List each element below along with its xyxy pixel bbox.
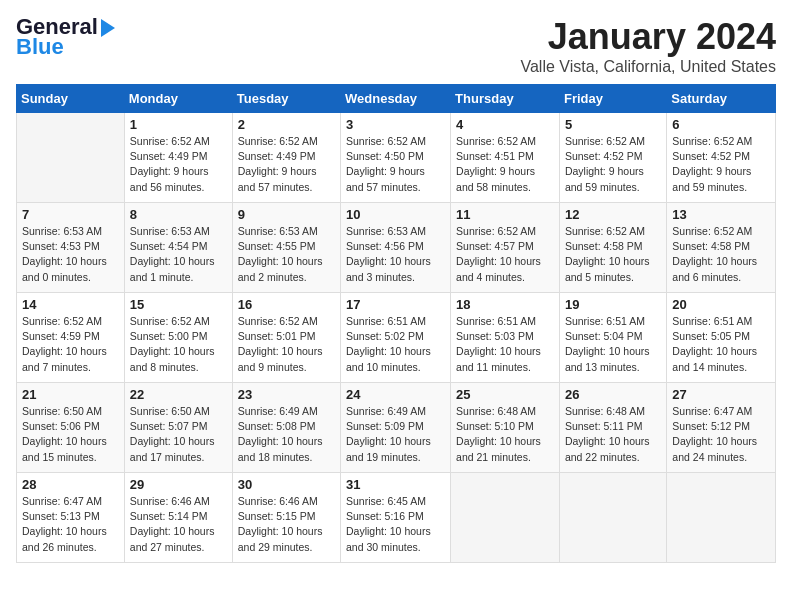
table-row: 15Sunrise: 6:52 AM Sunset: 5:00 PM Dayli… bbox=[124, 293, 232, 383]
day-number: 17 bbox=[346, 297, 445, 312]
day-number: 6 bbox=[672, 117, 770, 132]
day-info: Sunrise: 6:46 AM Sunset: 5:15 PM Dayligh… bbox=[238, 494, 335, 555]
table-row: 7Sunrise: 6:53 AM Sunset: 4:53 PM Daylig… bbox=[17, 203, 125, 293]
day-number: 29 bbox=[130, 477, 227, 492]
day-number: 7 bbox=[22, 207, 119, 222]
day-info: Sunrise: 6:52 AM Sunset: 4:52 PM Dayligh… bbox=[565, 134, 661, 195]
page-subtitle: Valle Vista, California, United States bbox=[520, 58, 776, 76]
day-info: Sunrise: 6:52 AM Sunset: 4:49 PM Dayligh… bbox=[238, 134, 335, 195]
day-number: 4 bbox=[456, 117, 554, 132]
table-row: 6Sunrise: 6:52 AM Sunset: 4:52 PM Daylig… bbox=[667, 113, 776, 203]
header-tuesday: Tuesday bbox=[232, 85, 340, 113]
table-row: 23Sunrise: 6:49 AM Sunset: 5:08 PM Dayli… bbox=[232, 383, 340, 473]
table-row: 13Sunrise: 6:52 AM Sunset: 4:58 PM Dayli… bbox=[667, 203, 776, 293]
title-block: January 2024 Valle Vista, California, Un… bbox=[520, 16, 776, 76]
calendar-week-row: 14Sunrise: 6:52 AM Sunset: 4:59 PM Dayli… bbox=[17, 293, 776, 383]
calendar-week-row: 21Sunrise: 6:50 AM Sunset: 5:06 PM Dayli… bbox=[17, 383, 776, 473]
logo-subtext: Blue bbox=[16, 34, 64, 60]
day-number: 10 bbox=[346, 207, 445, 222]
day-info: Sunrise: 6:52 AM Sunset: 5:01 PM Dayligh… bbox=[238, 314, 335, 375]
day-info: Sunrise: 6:51 AM Sunset: 5:02 PM Dayligh… bbox=[346, 314, 445, 375]
day-number: 20 bbox=[672, 297, 770, 312]
table-row: 14Sunrise: 6:52 AM Sunset: 4:59 PM Dayli… bbox=[17, 293, 125, 383]
table-row: 26Sunrise: 6:48 AM Sunset: 5:11 PM Dayli… bbox=[559, 383, 666, 473]
table-row: 30Sunrise: 6:46 AM Sunset: 5:15 PM Dayli… bbox=[232, 473, 340, 563]
day-info: Sunrise: 6:52 AM Sunset: 5:00 PM Dayligh… bbox=[130, 314, 227, 375]
day-number: 16 bbox=[238, 297, 335, 312]
calendar-week-row: 28Sunrise: 6:47 AM Sunset: 5:13 PM Dayli… bbox=[17, 473, 776, 563]
table-row: 4Sunrise: 6:52 AM Sunset: 4:51 PM Daylig… bbox=[451, 113, 560, 203]
page-title: January 2024 bbox=[520, 16, 776, 58]
day-number: 27 bbox=[672, 387, 770, 402]
table-row: 29Sunrise: 6:46 AM Sunset: 5:14 PM Dayli… bbox=[124, 473, 232, 563]
day-info: Sunrise: 6:52 AM Sunset: 4:51 PM Dayligh… bbox=[456, 134, 554, 195]
table-row: 25Sunrise: 6:48 AM Sunset: 5:10 PM Dayli… bbox=[451, 383, 560, 473]
day-info: Sunrise: 6:51 AM Sunset: 5:04 PM Dayligh… bbox=[565, 314, 661, 375]
day-number: 22 bbox=[130, 387, 227, 402]
day-number: 8 bbox=[130, 207, 227, 222]
day-info: Sunrise: 6:50 AM Sunset: 5:06 PM Dayligh… bbox=[22, 404, 119, 465]
table-row: 21Sunrise: 6:50 AM Sunset: 5:06 PM Dayli… bbox=[17, 383, 125, 473]
day-number: 15 bbox=[130, 297, 227, 312]
day-info: Sunrise: 6:52 AM Sunset: 4:49 PM Dayligh… bbox=[130, 134, 227, 195]
day-info: Sunrise: 6:50 AM Sunset: 5:07 PM Dayligh… bbox=[130, 404, 227, 465]
day-number: 21 bbox=[22, 387, 119, 402]
day-number: 1 bbox=[130, 117, 227, 132]
table-row bbox=[451, 473, 560, 563]
table-row: 8Sunrise: 6:53 AM Sunset: 4:54 PM Daylig… bbox=[124, 203, 232, 293]
day-info: Sunrise: 6:51 AM Sunset: 5:03 PM Dayligh… bbox=[456, 314, 554, 375]
day-info: Sunrise: 6:47 AM Sunset: 5:12 PM Dayligh… bbox=[672, 404, 770, 465]
day-number: 9 bbox=[238, 207, 335, 222]
table-row: 1Sunrise: 6:52 AM Sunset: 4:49 PM Daylig… bbox=[124, 113, 232, 203]
page-header: General Blue January 2024 Valle Vista, C… bbox=[16, 16, 776, 76]
calendar-week-row: 1Sunrise: 6:52 AM Sunset: 4:49 PM Daylig… bbox=[17, 113, 776, 203]
table-row: 16Sunrise: 6:52 AM Sunset: 5:01 PM Dayli… bbox=[232, 293, 340, 383]
day-number: 25 bbox=[456, 387, 554, 402]
day-number: 3 bbox=[346, 117, 445, 132]
table-row: 20Sunrise: 6:51 AM Sunset: 5:05 PM Dayli… bbox=[667, 293, 776, 383]
day-number: 31 bbox=[346, 477, 445, 492]
header-sunday: Sunday bbox=[17, 85, 125, 113]
header-friday: Friday bbox=[559, 85, 666, 113]
day-info: Sunrise: 6:53 AM Sunset: 4:56 PM Dayligh… bbox=[346, 224, 445, 285]
table-row: 2Sunrise: 6:52 AM Sunset: 4:49 PM Daylig… bbox=[232, 113, 340, 203]
day-info: Sunrise: 6:49 AM Sunset: 5:08 PM Dayligh… bbox=[238, 404, 335, 465]
day-info: Sunrise: 6:48 AM Sunset: 5:10 PM Dayligh… bbox=[456, 404, 554, 465]
day-info: Sunrise: 6:53 AM Sunset: 4:54 PM Dayligh… bbox=[130, 224, 227, 285]
day-number: 14 bbox=[22, 297, 119, 312]
table-row: 10Sunrise: 6:53 AM Sunset: 4:56 PM Dayli… bbox=[341, 203, 451, 293]
table-row bbox=[559, 473, 666, 563]
day-info: Sunrise: 6:52 AM Sunset: 4:59 PM Dayligh… bbox=[22, 314, 119, 375]
day-info: Sunrise: 6:45 AM Sunset: 5:16 PM Dayligh… bbox=[346, 494, 445, 555]
day-number: 2 bbox=[238, 117, 335, 132]
table-row: 18Sunrise: 6:51 AM Sunset: 5:03 PM Dayli… bbox=[451, 293, 560, 383]
table-row: 24Sunrise: 6:49 AM Sunset: 5:09 PM Dayli… bbox=[341, 383, 451, 473]
day-info: Sunrise: 6:52 AM Sunset: 4:50 PM Dayligh… bbox=[346, 134, 445, 195]
table-row: 3Sunrise: 6:52 AM Sunset: 4:50 PM Daylig… bbox=[341, 113, 451, 203]
day-number: 18 bbox=[456, 297, 554, 312]
day-info: Sunrise: 6:48 AM Sunset: 5:11 PM Dayligh… bbox=[565, 404, 661, 465]
day-number: 13 bbox=[672, 207, 770, 222]
day-info: Sunrise: 6:52 AM Sunset: 4:58 PM Dayligh… bbox=[565, 224, 661, 285]
table-row: 5Sunrise: 6:52 AM Sunset: 4:52 PM Daylig… bbox=[559, 113, 666, 203]
calendar-table: Sunday Monday Tuesday Wednesday Thursday… bbox=[16, 84, 776, 563]
table-row: 12Sunrise: 6:52 AM Sunset: 4:58 PM Dayli… bbox=[559, 203, 666, 293]
day-number: 24 bbox=[346, 387, 445, 402]
header-saturday: Saturday bbox=[667, 85, 776, 113]
header-thursday: Thursday bbox=[451, 85, 560, 113]
header-wednesday: Wednesday bbox=[341, 85, 451, 113]
table-row: 28Sunrise: 6:47 AM Sunset: 5:13 PM Dayli… bbox=[17, 473, 125, 563]
calendar-week-row: 7Sunrise: 6:53 AM Sunset: 4:53 PM Daylig… bbox=[17, 203, 776, 293]
table-row bbox=[667, 473, 776, 563]
day-info: Sunrise: 6:47 AM Sunset: 5:13 PM Dayligh… bbox=[22, 494, 119, 555]
day-info: Sunrise: 6:53 AM Sunset: 4:53 PM Dayligh… bbox=[22, 224, 119, 285]
table-row bbox=[17, 113, 125, 203]
day-info: Sunrise: 6:46 AM Sunset: 5:14 PM Dayligh… bbox=[130, 494, 227, 555]
day-number: 26 bbox=[565, 387, 661, 402]
day-number: 11 bbox=[456, 207, 554, 222]
day-number: 23 bbox=[238, 387, 335, 402]
table-row: 31Sunrise: 6:45 AM Sunset: 5:16 PM Dayli… bbox=[341, 473, 451, 563]
table-row: 22Sunrise: 6:50 AM Sunset: 5:07 PM Dayli… bbox=[124, 383, 232, 473]
day-number: 5 bbox=[565, 117, 661, 132]
day-number: 12 bbox=[565, 207, 661, 222]
